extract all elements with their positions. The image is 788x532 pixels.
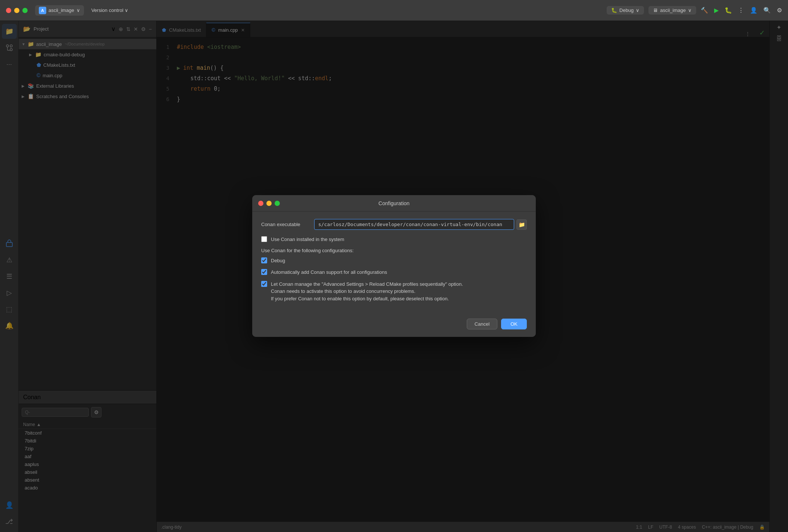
- close-button[interactable]: [6, 8, 11, 13]
- configurations-section-label: Use Conan for the following configuratio…: [261, 248, 527, 253]
- search-icon[interactable]: 🔍: [763, 7, 771, 14]
- project-chevron-icon: ∨: [76, 7, 80, 13]
- dialog-titlebar: Configuration: [252, 195, 536, 212]
- project-name: ascii_image: [49, 7, 74, 13]
- vcs-selector[interactable]: Version control ∨: [88, 6, 132, 15]
- use-system-conan-checkbox[interactable]: [261, 236, 267, 242]
- dialog-title: Configuration: [378, 200, 409, 206]
- auto-add-row: Automatically add Conan support for all …: [261, 269, 527, 276]
- dialog-footer: Cancel OK: [252, 314, 536, 337]
- settings-icon[interactable]: ⚙: [777, 7, 782, 14]
- configuration-dialog: Configuration Conan executable 📁 Use Con…: [252, 195, 536, 337]
- debug-label: Debug: [271, 257, 285, 265]
- dialog-traffic-lights: [258, 201, 280, 206]
- minimize-button[interactable]: [14, 8, 19, 13]
- debug-icon: 🐛: [611, 7, 617, 13]
- titlebar-action-icons: 🔨 ▶ 🐛 ⋮ 👤 🔍 ⚙: [701, 7, 782, 14]
- project-icon: A: [39, 7, 46, 14]
- run-icon[interactable]: ▶: [714, 7, 719, 14]
- titlebar-traffic-lights: [6, 8, 28, 13]
- conan-executable-label: Conan executable: [261, 222, 310, 227]
- more-options-icon[interactable]: ⋮: [738, 7, 744, 14]
- advanced-label: Let Conan manage the "Advanced Settings …: [271, 281, 463, 303]
- cancel-button[interactable]: Cancel: [467, 319, 497, 329]
- dialog-close-button[interactable]: [258, 201, 263, 206]
- debug-config-row: Debug: [261, 257, 527, 265]
- build-icon[interactable]: 🔨: [701, 7, 708, 14]
- debug-run-icon[interactable]: 🐛: [725, 7, 732, 14]
- conan-executable-row: Conan executable 📁: [261, 219, 527, 230]
- advanced-row: Let Conan manage the "Advanced Settings …: [261, 281, 527, 303]
- use-system-conan-label: Use Conan installed in the system: [271, 236, 344, 243]
- account-icon[interactable]: 👤: [750, 7, 757, 14]
- debug-checkbox[interactable]: [261, 257, 267, 263]
- ok-button[interactable]: OK: [501, 319, 527, 329]
- advanced-checkbox[interactable]: [261, 281, 267, 287]
- run-target-selector[interactable]: 🖥 ascii_image ∨: [648, 6, 696, 15]
- run-target-icon: 🖥: [653, 7, 658, 13]
- use-system-conan-row: Use Conan installed in the system: [261, 236, 527, 243]
- conan-executable-input[interactable]: [314, 219, 514, 230]
- browse-folder-button[interactable]: 📁: [516, 219, 527, 230]
- dialog-body: Conan executable 📁 Use Conan installed i…: [252, 212, 536, 314]
- project-selector[interactable]: A ascii_image ∨: [35, 5, 84, 16]
- maximize-button[interactable]: [22, 8, 28, 13]
- debug-selector[interactable]: 🐛 Debug ∨: [607, 6, 644, 15]
- auto-add-label: Automatically add Conan support for all …: [271, 269, 387, 276]
- conan-executable-input-row: 📁: [314, 219, 527, 230]
- auto-add-checkbox[interactable]: [261, 269, 267, 275]
- dialog-minimize-button[interactable]: [266, 201, 272, 206]
- titlebar: A ascii_image ∨ Version control ∨ 🐛 Debu…: [0, 0, 788, 21]
- dialog-maximize-button[interactable]: [275, 201, 280, 206]
